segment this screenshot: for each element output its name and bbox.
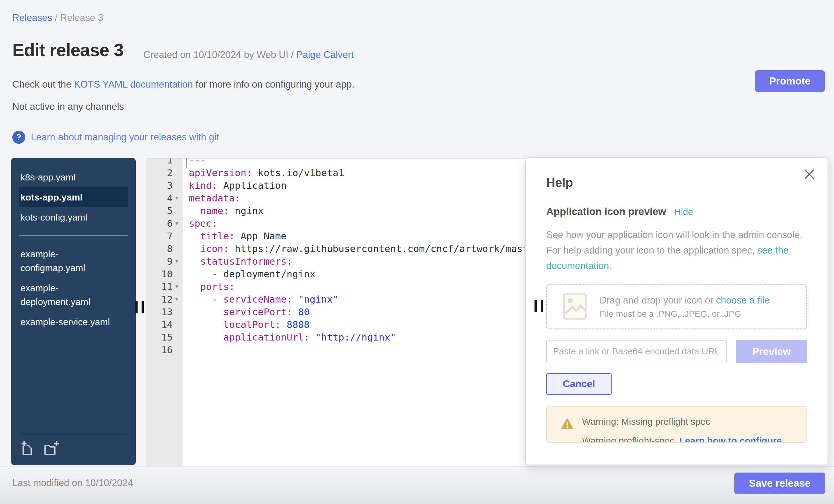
fold-caret-icon[interactable]: ▾ [173,283,181,290]
code-text: icon: https://raw.githubusercontent.com/… [182,243,546,254]
footer-divider [0,466,834,467]
help-description: See how your application icon will look … [546,227,809,274]
code-text: statusInformers: [182,256,292,267]
line-number: 15 [146,332,182,343]
file-tree-sidebar: k8s-app.yamlkots-app.yamlkots-config.yam… [11,158,136,465]
sidebar-file-kots-app.yaml[interactable]: kots-app.yaml [19,187,128,207]
icon-drop-zone[interactable]: Drag and drop your icon or choose a file… [546,284,807,329]
sidebar-file-k8s-app.yaml[interactable]: k8s-app.yaml [19,167,123,187]
code-text: ports: [182,281,235,292]
code-text: kind: Application [182,180,287,191]
add-folder-icon[interactable] [43,440,60,458]
cancel-button[interactable]: Cancel [546,373,612,395]
help-description-period: . [609,260,612,271]
channel-status: Not active in any channels [12,101,124,112]
breadcrumb: Releases / Release 3 [12,12,103,23]
warning-title: Warning: Missing preflight spec [582,416,710,427]
line-number: 10 [146,268,182,280]
warning-detail-text: Warning preflight-spec. [582,436,679,443]
choose-file-link[interactable]: choose a file [716,295,770,306]
breadcrumb-current: Release 3 [60,12,103,23]
line-number: 4▾ [146,193,182,203]
code-text: title: App Name [182,231,287,242]
doc-hint-suffix: for more info on configuring your app. [193,79,354,90]
sidebar-divider [19,434,128,434]
line-number: 2 [146,167,182,178]
close-icon[interactable] [802,167,816,181]
code-text: - deployment/nginx [182,268,315,280]
line-number: 7 [146,231,182,242]
breadcrumb-separator: / [52,12,60,23]
line-number: 13 [146,306,182,317]
code-text: localPort: 8888 [182,319,310,330]
line-number: 1 [146,158,182,166]
file-requirements: File must be a .PNG, .JPEG, or .JPG [599,309,770,319]
learn-configure-link[interactable]: Learn how to configure [679,436,782,443]
file-list-divider [19,235,128,236]
code-text: servicePort: 80 [182,306,310,317]
kots-yaml-doc-link[interactable]: KOTS YAML documentation [74,79,193,90]
save-release-button[interactable]: Save release [734,473,825,494]
line-number: 8 [146,243,182,254]
sidebar-file-example-service.yaml[interactable]: example-service.yaml [19,312,123,332]
code-text: metadata: [182,193,241,203]
code-text: apiVersion: kots.io/v1beta1 [182,167,344,178]
line-number: 11▾ [146,281,182,292]
code-text: name: nginx [182,205,264,216]
edit-release-page: Releases / Release 3 Edit release 3 Crea… [0,0,834,504]
created-author-link[interactable]: Paige Calvert [297,49,354,60]
help-title: Help [546,176,807,190]
sidebar-file-example-deployment.yaml[interactable]: example-deployment.yaml [19,278,123,312]
hide-link[interactable]: Hide [674,207,693,217]
text-cursor [186,158,187,168]
question-mark-icon: ? [12,131,25,144]
doc-hint-prefix: Check out the [12,79,74,90]
created-text: Created on 10/10/2024 by Web UI / [144,49,297,60]
sidebar-file-kots-config.yaml[interactable]: kots-config.yaml [19,207,123,227]
line-number: 12▾ [146,294,182,305]
file-list: k8s-app.yamlkots-app.yamlkots-config.yam… [19,167,128,332]
sidebar-file-example-configmap.yaml[interactable]: example-configmap.yaml [19,244,123,278]
image-placeholder-icon [563,292,587,322]
sidebar-bottom [19,434,128,458]
page-title: Edit release 3 [12,40,123,60]
warning-banner: Warning: Missing preflight spec Warning … [546,406,807,443]
help-panel: Help Application icon preview Hide See h… [525,157,828,465]
code-text: spec: [182,218,217,229]
promote-button[interactable]: Promote [755,70,825,92]
code-text: - serviceName: "nginx" [182,294,338,305]
last-modified: Last modified on 10/10/2024 [12,478,133,488]
doc-hint: Check out the KOTS YAML documentation fo… [12,79,354,90]
icon-url-input[interactable] [546,340,727,363]
breadcrumb-releases-link[interactable]: Releases [12,12,52,23]
add-file-icon[interactable] [19,440,35,458]
sidebar-resize-handle[interactable] [135,301,144,313]
fold-caret-icon[interactable]: ▾ [173,194,181,201]
drop-instruction: Drag and drop your icon or [599,295,716,306]
line-number: 3 [146,180,182,191]
git-releases-link[interactable]: Learn about managing your releases with … [31,132,219,143]
git-help-row: ? Learn about managing your releases wit… [12,131,219,144]
code-text: applicationUrl: "http://nginx" [182,332,396,343]
fold-caret-icon[interactable]: ▾ [173,295,181,303]
line-number: 14 [146,319,182,330]
line-number: 5 [146,205,182,216]
line-number: 16 [146,344,182,355]
indent-guide [223,305,223,343]
fold-caret-icon[interactable]: ▾ [173,258,181,265]
line-number: 9▾ [146,256,182,267]
warning-detail: Warning preflight-spec. Learn how to con… [582,436,782,443]
help-resize-handle[interactable] [534,300,543,312]
created-info: Created on 10/10/2024 by Web UI / Paige … [144,49,354,61]
line-number: 6▾ [146,218,182,229]
fold-caret-icon[interactable]: ▾ [173,220,181,227]
warning-triangle-icon [561,418,573,431]
icon-preview-title: Application icon preview [546,206,666,217]
preview-button[interactable]: Preview [736,340,807,363]
